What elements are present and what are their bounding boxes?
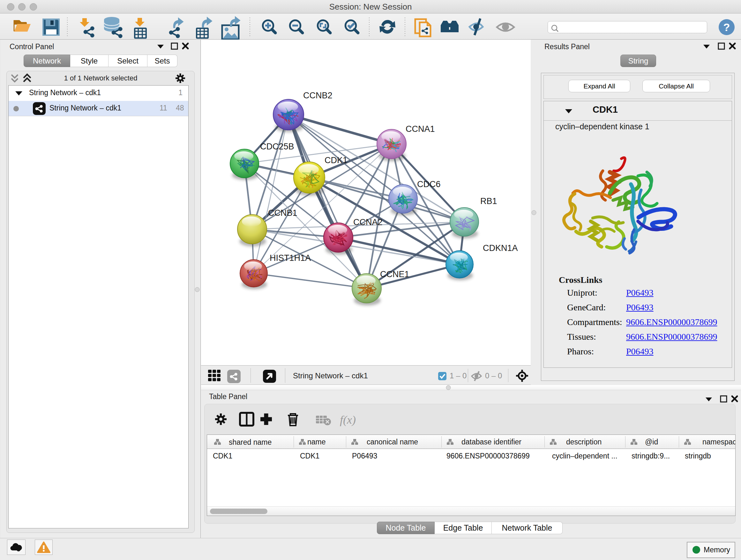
svg-text:CDKN1A: CDKN1A [483,243,518,253]
svg-text:CCNA1: CCNA1 [406,124,435,134]
svg-text:namespace: namespace [702,438,735,446]
svg-text:HIST1H1A: HIST1H1A [270,253,311,263]
svg-text:database identifier: database identifier [461,438,522,446]
svg-text:@id: @id [645,438,658,446]
svg-text:CCNE1: CCNE1 [380,269,409,279]
svg-text:description: description [566,438,602,446]
svg-text:CDC6: CDC6 [417,179,441,189]
svg-text:canonical name: canonical name [367,438,418,446]
svg-text:CCNB1: CCNB1 [268,208,297,218]
svg-text:f(x): f(x) [340,414,356,426]
svg-text:CDK1: CDK1 [325,155,347,165]
svg-text:name: name [307,438,326,446]
svg-text:RB1: RB1 [480,196,497,206]
svg-text:shared name: shared name [229,438,272,446]
svg-text:CCNA2: CCNA2 [353,217,383,227]
svg-text:CCNB2: CCNB2 [303,91,333,100]
svg-text:CDC25B: CDC25B [260,142,294,151]
